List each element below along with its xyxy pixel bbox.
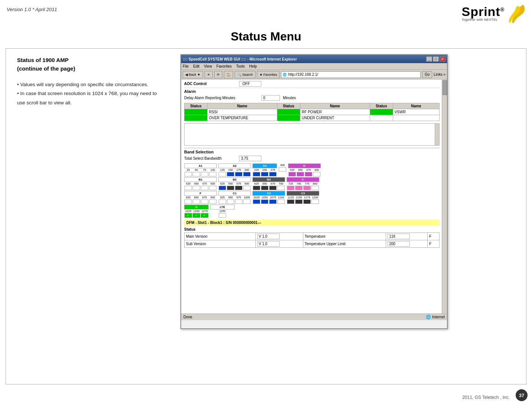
close-button[interactable]: ✕ — [440, 56, 445, 62]
browser-scrollbar[interactable] — [442, 79, 447, 313]
delay-row: Delay Alarm Reporting Minutes Minutes — [184, 95, 440, 101]
band-check[interactable] — [297, 172, 304, 176]
alarm-scroll-area[interactable] — [184, 123, 440, 146]
menu-favorites[interactable]: Favorites — [216, 64, 232, 68]
band-check[interactable] — [261, 172, 268, 176]
band-check[interactable] — [209, 172, 216, 176]
menu-edit[interactable]: Edit — [193, 64, 199, 68]
band-check[interactable] — [243, 172, 251, 176]
band-check[interactable] — [227, 199, 234, 204]
menu-help[interactable]: Help — [249, 64, 257, 68]
go-button[interactable]: Go — [422, 71, 432, 78]
band-check[interactable] — [287, 199, 294, 204]
minimize-button[interactable]: _ — [426, 56, 432, 62]
browser-window-controls: _ □ ✕ — [426, 56, 445, 62]
band-check[interactable] — [277, 186, 285, 190]
status-green-1 — [185, 109, 208, 115]
main-content-box: Status of 1900 AMP (continue of the page… — [6, 48, 526, 384]
band-a2-group: A2 125 150 175 200 — [218, 163, 251, 177]
address-bar[interactable]: 🌐 http://192.168.2.1/ — [281, 71, 421, 78]
browser-window: :::: SpeedCell SYSTEM WEB GUI :::: - Mic… — [180, 54, 448, 329]
band-check[interactable] — [227, 172, 234, 176]
band-check[interactable] — [279, 167, 286, 172]
band-check[interactable] — [219, 186, 226, 190]
stop-button[interactable]: ✕ — [205, 71, 213, 78]
band-check[interactable] — [269, 186, 277, 190]
band-check[interactable] — [269, 172, 277, 176]
table-row: Main Version Temperature F — [185, 233, 440, 240]
band-check-g1[interactable]: ✓ — [185, 213, 192, 218]
band-check[interactable] — [295, 199, 303, 204]
scrollbar-thumb[interactable] — [443, 80, 447, 95]
table-row: OVER TEMPERATURE UNDER CURRENT — [185, 115, 440, 121]
band-check[interactable] — [193, 186, 200, 190]
band-check-lte[interactable] — [219, 213, 226, 218]
band-check[interactable] — [235, 199, 242, 204]
band-check[interactable] — [185, 172, 192, 176]
band-check-g3[interactable]: ✓ — [201, 213, 208, 218]
maximize-button[interactable]: □ — [433, 56, 439, 62]
band-check[interactable] — [227, 186, 234, 190]
alarm-scrollbar[interactable] — [435, 124, 439, 145]
main-version-input[interactable] — [257, 234, 280, 239]
col-status-2: Status — [277, 103, 300, 109]
temp-input[interactable] — [388, 234, 410, 239]
band-check[interactable] — [269, 199, 277, 204]
band-check[interactable] — [193, 199, 200, 204]
band-check[interactable] — [209, 199, 216, 204]
band-check[interactable] — [243, 199, 251, 204]
sub-version-input[interactable] — [257, 241, 280, 247]
bandwidth-input[interactable] — [239, 156, 261, 161]
col-name-3: Name — [393, 103, 439, 109]
search-button[interactable]: 🔍 Search — [235, 71, 255, 78]
menu-view[interactable]: View — [204, 64, 212, 68]
band-lte-group: LTE 1250 — [210, 205, 235, 218]
menu-tools[interactable]: Tools — [236, 64, 245, 68]
main-version-value — [255, 233, 303, 240]
band-check[interactable] — [305, 172, 312, 176]
temp-upper-input[interactable] — [388, 241, 410, 247]
band-check[interactable] — [219, 199, 226, 204]
band-check[interactable] — [277, 199, 285, 204]
col-name-2: Name — [300, 103, 370, 109]
sub-version-value — [255, 240, 303, 248]
status-green-5 — [277, 115, 300, 121]
back-button[interactable]: ◀ Back ▼ — [183, 71, 203, 78]
band-check[interactable] — [261, 186, 268, 190]
band-check[interactable] — [303, 199, 311, 204]
band-check[interactable] — [209, 186, 216, 190]
band-check[interactable] — [235, 172, 242, 176]
browser-statusbar: Done 🌐 Internet — [181, 313, 447, 320]
delay-input[interactable] — [261, 95, 280, 101]
refresh-button[interactable]: ⟳ — [214, 71, 222, 78]
band-check[interactable] — [243, 186, 251, 190]
band-check[interactable] — [295, 186, 303, 190]
band-check[interactable] — [253, 199, 260, 204]
statusbar-done: Done — [183, 315, 192, 319]
band-check[interactable] — [287, 186, 294, 190]
band-check[interactable] — [261, 199, 268, 204]
band-check[interactable] — [219, 172, 226, 176]
band-check[interactable] — [185, 199, 192, 204]
band-check[interactable] — [193, 172, 200, 176]
favorites-button[interactable]: ★ Favorites — [257, 71, 280, 78]
band-check[interactable] — [311, 199, 319, 204]
band-check[interactable] — [201, 199, 208, 204]
band-b2-group: B2 525 550 575 600 — [218, 177, 251, 191]
band-check[interactable] — [311, 186, 319, 190]
band-check[interactable] — [288, 172, 296, 176]
band-check[interactable] — [235, 186, 242, 190]
dfm-table: Main Version Temperature F Sub Version — [184, 233, 440, 248]
band-check[interactable] — [313, 172, 320, 176]
band-check[interactable] — [253, 172, 260, 176]
home-button[interactable]: 🏠 — [224, 71, 233, 78]
band-check-g2[interactable]: ✓ — [193, 213, 200, 218]
menu-file[interactable]: File — [183, 64, 189, 68]
aoc-label: AOC Control — [184, 82, 236, 86]
sprint-logo: Sprint® Together with NEXTEL — [461, 3, 526, 23]
band-check[interactable] — [201, 186, 208, 190]
band-check[interactable] — [201, 172, 208, 176]
band-check[interactable] — [253, 186, 260, 190]
band-check[interactable] — [303, 186, 311, 190]
band-check[interactable] — [185, 186, 192, 190]
